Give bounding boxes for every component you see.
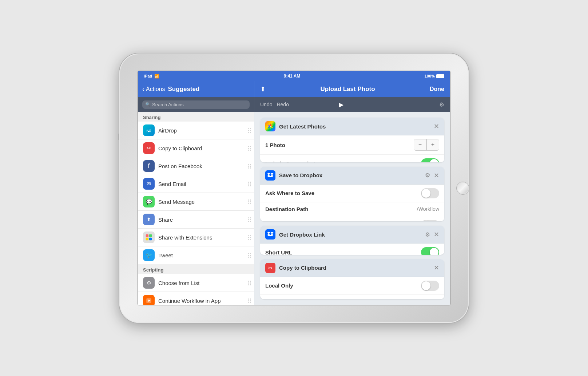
email-label: Send Email — [158, 181, 249, 187]
action-item-extensions[interactable]: Share with Extensions — [138, 229, 254, 246]
photos-icon — [265, 121, 275, 131]
gear-button[interactable]: ⚙ — [439, 101, 444, 108]
drag-handle — [248, 164, 251, 169]
toggle-knob — [430, 159, 438, 162]
facebook-label: Post on Facebook — [158, 163, 249, 169]
close-button[interactable]: ✕ — [434, 264, 439, 272]
ipad-device: iPad 📶 9:41 AM 100% ‹ Actions Suggested — [119, 54, 469, 323]
search-icon: 🔍 — [145, 102, 151, 107]
dropbox-link-icon — [265, 229, 275, 240]
drag-handle — [248, 253, 251, 258]
drag-handle — [248, 199, 251, 204]
local-only-row: Local Only — [260, 277, 444, 295]
section-title: Suggested — [168, 86, 199, 93]
expire-at-row: Expire At Today at 3 PM — [260, 295, 444, 299]
card-actions-clipboard: ✕ — [434, 264, 439, 272]
actions-sidebar: Sharing AirDrop — [138, 112, 254, 305]
drag-handle — [248, 128, 251, 133]
card-actions-dropbox-link: ⚙ ✕ — [425, 230, 439, 238]
wifi-icon: 📶 — [154, 74, 159, 79]
dropbox-save-icon — [265, 170, 275, 181]
get-latest-photos-card: Get Latest Photos ✕ 1 Photo − + Includ — [260, 118, 444, 162]
card-gear-button[interactable]: ⚙ — [425, 231, 430, 238]
local-only-toggle[interactable] — [421, 281, 439, 291]
action-item-tweet[interactable]: 🐦 Tweet — [138, 246, 254, 264]
share-icon: ⬆ — [143, 214, 155, 225]
stepper-plus-button[interactable]: + — [426, 139, 439, 150]
status-bar: iPad 📶 9:41 AM 100% — [138, 71, 450, 81]
action-item-message[interactable]: 💬 Send Message — [138, 193, 254, 211]
drag-handle — [248, 235, 251, 240]
expire-at-label: Expire At — [265, 298, 407, 299]
svg-rect-4 — [149, 238, 152, 241]
back-label: Actions — [146, 86, 165, 92]
airdrop-icon — [143, 124, 155, 136]
short-url-row: Short URL — [260, 244, 444, 254]
action-item-airdrop[interactable]: AirDrop — [138, 122, 254, 139]
photo-count-row: 1 Photo − + — [260, 135, 444, 155]
share-button[interactable]: ⬆ — [260, 85, 266, 93]
close-button[interactable]: ✕ — [434, 171, 439, 179]
close-button[interactable]: ✕ — [434, 230, 439, 238]
get-dropbox-link-card: Get Dropbox Link ⚙ ✕ Short URL — [260, 226, 444, 254]
toolbar: 🔍 Search Actions Undo Redo ▶ ⚙ — [138, 97, 450, 112]
action-item-continue-workflow[interactable]: Continue Workflow in App — [138, 292, 254, 305]
overwrite-row: Overwrite If File Exists — [260, 216, 444, 222]
undo-button[interactable]: Undo — [260, 102, 272, 107]
copy-to-clipboard-header: ✂ Copy to Clipboard ✕ — [260, 259, 444, 277]
continue-workflow-label: Continue Workflow in App — [158, 298, 249, 304]
nav-left-panel: ‹ Actions Suggested — [138, 81, 254, 97]
status-right: 100% — [425, 74, 444, 78]
status-time: 9:41 AM — [284, 74, 301, 79]
action-item-email[interactable]: ✉ Send Email — [138, 175, 254, 193]
destination-path-value: /Workflow — [417, 206, 439, 212]
card-actions: ✕ — [434, 122, 439, 130]
back-button[interactable]: ‹ Actions — [142, 86, 165, 93]
include-screenshots-toggle[interactable] — [421, 158, 439, 162]
card-gear-button[interactable]: ⚙ — [425, 172, 430, 179]
choose-list-label: Choose from List — [158, 280, 249, 286]
action-item-facebook[interactable]: f Post on Facebook — [138, 157, 254, 175]
toolbar-left: 🔍 Search Actions — [138, 97, 254, 112]
drag-handle — [248, 298, 251, 303]
get-latest-photos-title: Get Latest Photos — [279, 123, 434, 130]
drag-handle — [248, 182, 251, 186]
sharing-section-header: Sharing — [138, 112, 254, 122]
workflow-panel: Get Latest Photos ✕ 1 Photo − + Includ — [254, 112, 450, 305]
play-button[interactable]: ▶ — [339, 101, 343, 108]
ask-where-toggle[interactable] — [421, 188, 439, 198]
done-button[interactable]: Done — [430, 86, 444, 92]
stepper-minus-button[interactable]: − — [414, 139, 426, 150]
save-to-dropbox-header: Save to Dropbox ⚙ ✕ — [260, 167, 444, 185]
destination-path-row: Destination Path /Workflow — [260, 202, 444, 216]
redo-button[interactable]: Redo — [277, 102, 289, 107]
share-label: Share — [158, 217, 249, 223]
svg-rect-3 — [146, 238, 149, 241]
airdrop-label: AirDrop — [158, 127, 249, 134]
clipboard-icon: ✂ — [143, 142, 155, 154]
get-dropbox-link-title: Get Dropbox Link — [279, 231, 425, 238]
drag-handle — [248, 217, 251, 222]
battery-label: 100% — [425, 74, 435, 78]
get-dropbox-link-header: Get Dropbox Link ⚙ ✕ — [260, 226, 444, 244]
close-button[interactable]: ✕ — [434, 122, 439, 130]
expire-at-value: Today at 3 PM — [407, 298, 440, 299]
action-item-choose-list[interactable]: ⚙ Choose from List — [138, 274, 254, 292]
overwrite-toggle[interactable] — [421, 220, 439, 222]
extensions-label: Share with Extensions — [158, 234, 249, 241]
toggle-knob — [422, 281, 430, 290]
local-only-label: Local Only — [265, 282, 421, 289]
svg-rect-2 — [149, 234, 152, 237]
search-box[interactable]: 🔍 Search Actions — [142, 100, 250, 109]
clipboard-card-icon: ✂ — [265, 263, 275, 273]
battery-icon — [436, 74, 444, 78]
message-label: Send Message — [158, 199, 249, 205]
navigation-bar: ‹ Actions Suggested ⬆ Upload Last Photo … — [138, 81, 450, 97]
short-url-toggle[interactable] — [421, 247, 439, 254]
action-item-share[interactable]: ⬆ Share — [138, 211, 254, 229]
include-screenshots-row: Include Screenshots — [260, 155, 444, 162]
home-button[interactable] — [456, 182, 469, 195]
action-item-copy-clipboard[interactable]: ✂ Copy to Clipboard — [138, 139, 254, 157]
toolbar-right: Undo Redo ▶ ⚙ — [254, 97, 450, 112]
photo-count-stepper[interactable]: − + — [414, 139, 439, 151]
